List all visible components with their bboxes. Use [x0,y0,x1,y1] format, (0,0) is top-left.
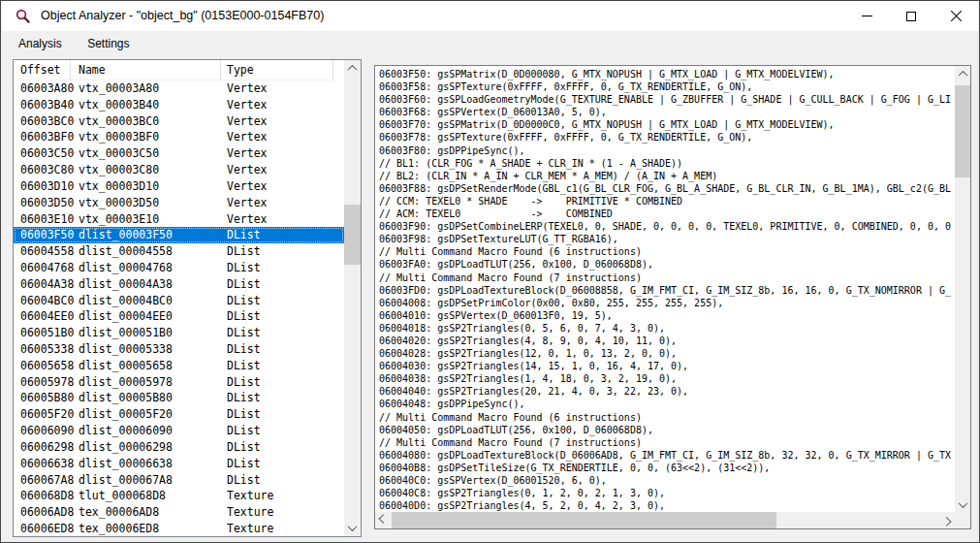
column-header-type[interactable]: Type [221,60,333,80]
maximize-icon [906,12,916,21]
code-view-content[interactable]: 06003F50: gsSPMatrix(D_0D000080, G_MTX_N… [375,66,955,513]
cell-type: DList [227,423,261,439]
menu-analysis[interactable]: Analysis [8,31,73,56]
code-line: 06003F88: gsDPSetRenderMode(GBL_c1(G_BL_… [379,182,955,195]
code-line: 06004030: gsSP2Triangles(14, 15, 1, 0, 1… [379,360,955,372]
code-line: 06003F50: gsSPMatrix(D_0D000080, G_MTX_N… [379,68,955,80]
chevron-down-icon [958,498,967,508]
cell-offset: 06004EE0 [20,308,74,325]
table-row[interactable]: 06005978dlist_00005978DList [14,374,344,391]
cell-name: tlut_000068D8 [79,488,166,504]
minimize-icon [862,16,872,16]
chevron-down-icon [348,522,358,531]
table-row[interactable]: 06006638dlist_00006638DList [14,456,344,472]
cell-name: dlist_000067A8 [79,472,173,489]
table-row[interactable]: 06003F50dlist_00003F50DList [14,227,344,243]
close-button[interactable] [933,1,978,31]
cell-name: vtx_00003D10 [79,178,159,195]
cell-type: DList [227,390,261,406]
scroll-down-button[interactable] [344,520,361,536]
scroll-right-button[interactable] [938,512,955,528]
menu-settings[interactable]: Settings [77,31,140,56]
table-row[interactable]: 06004EE0dlist_00004EE0DList [14,308,344,325]
code-line: 060040C8: gsSP2Triangles(0, 1, 2, 0, 2, … [379,487,955,499]
code-line: 060040D0: gsSP2Triangles(4, 5, 2, 0, 4, … [379,499,955,512]
scroll-down-button[interactable] [955,496,970,513]
scrollbar-thumb[interactable] [955,85,970,177]
cell-name: dlist_00005B80 [79,390,173,406]
cell-type: Vertex [227,178,268,195]
table-row[interactable]: 06003BC0vtx_00003BC0Vertex [14,113,344,130]
cell-type: Vertex [227,129,268,145]
cell-offset: 06003D10 [20,178,74,195]
table-row[interactable]: 060068D8tlut_000068D8Texture [14,488,344,504]
code-line: // Multi Command Macro Found (6 instruct… [379,411,955,424]
column-header-name[interactable]: Name [71,60,221,80]
code-horizontal-scrollbar[interactable] [375,512,955,528]
cell-offset: 06004558 [20,243,74,260]
table-row[interactable]: 06003C80vtx_00003C80Vertex [14,162,344,178]
cell-offset: 06003BF0 [20,129,74,145]
cell-name: dlist_00004A38 [79,276,173,293]
minimize-button[interactable] [844,1,889,31]
cell-type: DList [227,276,261,293]
scrollbar-thumb[interactable] [344,205,361,265]
cell-type: Texture [227,504,273,521]
code-line: 06003F68: gsSPVertex(D_060013A0, 5, 0), [379,106,955,118]
table-row[interactable]: 06006ED8tex_00006ED8Texture [14,521,344,536]
scrollbar-thumb[interactable] [392,512,776,528]
code-line: // Multi Command Macro Found (7 instruct… [379,436,955,449]
table-row[interactable]: 06003D10vtx_00003D10Vertex [14,178,344,195]
table-row[interactable]: 06004558dlist_00004558DList [14,243,344,260]
table-row[interactable]: 06003B40vtx_00003B40Vertex [14,97,344,113]
scroll-up-button[interactable] [344,60,361,77]
table-row[interactable]: 060067A8dlist_000067A8DList [14,472,344,489]
table-row[interactable]: 06005658dlist_00005658DList [14,358,344,374]
table-row[interactable]: 06003E10vtx_00003E10Vertex [14,211,344,228]
table-row[interactable]: 06003D50vtx_00003D50Vertex [14,195,344,211]
column-header-offset[interactable]: Offset [14,60,71,80]
cell-type: Texture [227,521,273,536]
table-row[interactable]: 06003BF0vtx_00003BF0Vertex [14,129,344,145]
table-row[interactable]: 06006298dlist_00006298DList [14,439,344,456]
cell-name: vtx_00003D50 [79,195,159,211]
cell-offset: 06003D50 [20,195,74,211]
scroll-left-button[interactable] [375,512,392,528]
cell-type: DList [227,341,261,358]
cell-name: vtx_00003BF0 [79,129,159,145]
code-line: // ACM: TEXEL0 -> COMBINED [379,208,955,220]
cell-offset: 06005B80 [20,390,74,406]
table-row[interactable]: 06005B80dlist_00005B80DList [14,390,344,406]
code-line: 06003F78: gsSPTexture(0xFFFF, 0xFFFF, 0,… [379,131,955,144]
menu-bar: Analysis Settings [2,31,978,56]
code-line: // BL2: (CLR_IN * A_IN + CLR_MEM * A_MEM… [379,170,955,182]
code-line: 06004038: gsSP2Triangles(1, 4, 18, 0, 3,… [379,372,955,385]
code-line: 06004020: gsSP2Triangles(4, 8, 9, 0, 4, … [379,335,955,347]
table-row[interactable]: 06005F20dlist_00005F20DList [14,406,344,423]
cell-type: DList [227,456,261,472]
table-row[interactable]: 060051B0dlist_000051B0DList [14,325,344,341]
cell-name: dlist_00004768 [79,260,173,276]
maximize-button[interactable] [889,1,933,31]
cell-type: DList [227,260,261,276]
table-row[interactable]: 06003A80vtx_00003A80Vertex [14,80,344,97]
table-row[interactable]: 06006AD8tex_00006AD8Texture [14,504,344,521]
cell-type: Vertex [227,211,268,228]
table-row[interactable]: 06004768dlist_00004768DList [14,260,344,276]
chevron-right-icon [942,517,952,527]
object-list-vertical-scrollbar[interactable] [344,60,361,536]
scroll-up-button[interactable] [955,66,970,82]
cell-type: Vertex [227,113,268,130]
cell-offset: 06006ED8 [20,521,74,536]
table-row[interactable]: 06004BC0dlist_00004BC0DList [14,293,344,309]
cell-type: DList [227,439,261,456]
cell-type: DList [227,406,261,423]
table-row[interactable]: 06005338dlist_00005338DList [14,341,344,358]
table-row[interactable]: 06004A38dlist_00004A38DList [14,276,344,293]
code-vertical-scrollbar[interactable] [955,66,970,513]
table-row[interactable]: 06003C50vtx_00003C50Vertex [14,145,344,162]
table-row[interactable]: 06006090dlist_00006090DList [14,423,344,439]
code-line: 06004040: gsSP2Triangles(20, 21, 4, 0, 3… [379,385,955,398]
title-bar[interactable]: Object Analyzer - "object_bg" (0153E000-… [2,1,978,31]
cell-name: dlist_00003F50 [79,227,173,243]
